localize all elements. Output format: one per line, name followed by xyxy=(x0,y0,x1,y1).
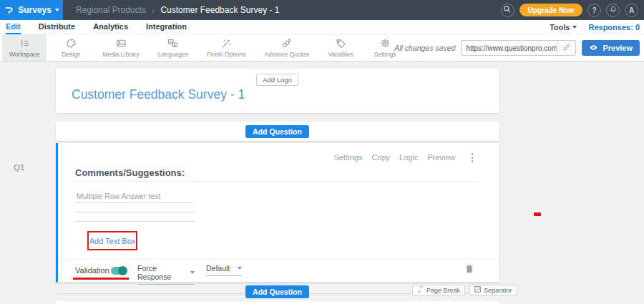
avatar[interactable]: A xyxy=(625,4,638,17)
toolbar-item-label: Media Library xyxy=(102,51,140,58)
annotation-underline xyxy=(73,278,129,280)
search-button[interactable] xyxy=(501,4,514,17)
question-logic-link[interactable]: Logic xyxy=(399,153,418,162)
preview-label: Preview xyxy=(602,44,633,52)
survey-url-box xyxy=(461,40,576,56)
search-icon xyxy=(503,5,512,15)
annotation-highlight-box: Add Text Box xyxy=(87,231,137,250)
question-text-underline xyxy=(75,181,478,182)
answer-row-line xyxy=(75,203,195,212)
eye-icon xyxy=(589,43,598,54)
add-text-box-link[interactable]: Add Text Box xyxy=(89,237,136,245)
responses-count[interactable]: Responses: 0 xyxy=(588,23,640,31)
notifications-button[interactable] xyxy=(606,4,620,17)
chevron-down-icon xyxy=(238,267,242,270)
chevron-down-icon xyxy=(572,26,577,29)
force-response-select[interactable]: Force Response xyxy=(137,264,195,285)
breadcrumb-current: Customer Feedback Survey - 1 xyxy=(160,5,279,15)
chevron-down-icon xyxy=(55,9,59,11)
avatar-initial: A xyxy=(629,6,634,14)
answer-placeholder: Multiple Row Answer text xyxy=(75,192,195,203)
question-settings-link[interactable]: Settings xyxy=(334,153,363,162)
add-question-button-top[interactable]: Add Question xyxy=(245,125,309,138)
validation-toggle[interactable] xyxy=(111,267,127,275)
tag-icon xyxy=(335,37,347,49)
next-section-card xyxy=(56,300,499,304)
toggle-knob xyxy=(118,266,127,275)
help-icon: ? xyxy=(592,6,596,14)
answer-row-line xyxy=(75,212,195,222)
break-options: Page Break Separator xyxy=(412,285,517,295)
add-question-strip: Add Question xyxy=(56,122,499,141)
breadcrumb-parent[interactable]: Regional Products xyxy=(76,5,146,15)
question-card: Settings Copy Logic Preview Comments/Sug… xyxy=(56,143,499,283)
add-logo-button[interactable]: Add Logo xyxy=(256,74,298,86)
toolbar-item-label: Finish Options xyxy=(207,51,245,58)
breadcrumb: Regional Products › Customer Feedback Su… xyxy=(76,5,279,16)
tools-label: Tools xyxy=(550,23,570,31)
saved-status: All changes saved xyxy=(394,44,455,52)
default-value: Default xyxy=(206,264,230,273)
product-label: Surveys xyxy=(18,5,52,15)
toolbar-item-media-library[interactable]: Media Library xyxy=(95,34,147,61)
question-text[interactable]: Comments/Suggestions: xyxy=(75,167,185,178)
top-bar: Surveys Regional Products › Customer Fee… xyxy=(0,0,644,20)
separator-button[interactable]: Separator xyxy=(469,285,517,295)
upgrade-button[interactable]: Upgrade Now xyxy=(519,4,582,16)
toolbar-item-label: Languages xyxy=(158,51,188,58)
tab-edit[interactable]: Edit xyxy=(6,20,21,34)
question-index: Q1 xyxy=(14,163,24,172)
toolbar-item-variables[interactable]: Variables xyxy=(321,34,361,61)
toolbar-item-label: Variables xyxy=(328,51,353,58)
toolbar-item-label: Design xyxy=(62,51,80,58)
toolbar-item-workspace[interactable]: Workspace xyxy=(2,34,47,61)
translate-icon xyxy=(167,37,179,49)
image-icon xyxy=(115,37,127,49)
survey-header-card: Add Logo Customer Feedback Survey - 1 xyxy=(56,69,499,113)
force-response-value: Force Response xyxy=(137,264,190,281)
multirow-answer-input[interactable]: Multiple Row Answer text xyxy=(75,192,195,222)
delete-question-button[interactable] xyxy=(464,263,474,277)
toolbar-item-finish-options[interactable]: Finish Options xyxy=(200,34,253,61)
surveys-menu[interactable]: Surveys xyxy=(0,0,63,20)
bell-icon xyxy=(609,5,618,15)
toolbar-item-label: Advance Quotas xyxy=(264,51,309,58)
question-copy-link[interactable]: Copy xyxy=(371,153,390,162)
help-button[interactable]: ? xyxy=(587,4,601,17)
default-select[interactable]: Default xyxy=(206,264,242,276)
tab-analytics[interactable]: Analytics xyxy=(93,20,128,34)
survey-title[interactable]: Customer Feedback Survey - 1 xyxy=(72,87,245,102)
tab-distribute[interactable]: Distribute xyxy=(39,20,75,34)
toolbar-item-languages[interactable]: Languages xyxy=(151,34,195,61)
magic-wand-icon xyxy=(220,37,233,49)
tools-menu[interactable]: Tools xyxy=(550,23,577,31)
toolbar-item-advance-quotas[interactable]: Advance Quotas xyxy=(257,34,316,61)
separator-label: Separator xyxy=(484,287,512,294)
topbar-actions: Upgrade Now ? A xyxy=(501,4,644,17)
edit-url-button[interactable] xyxy=(557,41,575,55)
toolbar-item-label: Settings xyxy=(374,51,396,58)
survey-url-input[interactable] xyxy=(462,44,557,52)
question-preview-link[interactable]: Preview xyxy=(427,153,455,162)
add-logo-row: Add Logo xyxy=(56,74,499,86)
upgrade-label: Upgrade Now xyxy=(528,6,574,14)
more-options-icon[interactable] xyxy=(470,152,475,164)
page-break-label: Page Break xyxy=(426,287,460,294)
breadcrumb-separator: › xyxy=(152,5,155,16)
annotation-red-mark xyxy=(534,212,541,216)
question-footer-row: Validation Force Response Default xyxy=(58,259,499,283)
chevron-down-icon xyxy=(190,271,195,274)
palette-icon xyxy=(65,37,77,49)
gear-icon xyxy=(379,37,391,49)
question-actions: Settings Copy Logic Preview xyxy=(334,152,474,164)
add-question-button-bottom[interactable]: Add Question xyxy=(245,285,309,298)
broken-link-icon xyxy=(417,286,424,294)
pencil-icon xyxy=(562,41,571,54)
tab-integration[interactable]: Integration xyxy=(146,20,187,34)
page-break-button[interactable]: Page Break xyxy=(412,285,465,295)
validation-label: Validation xyxy=(75,266,109,275)
navbar-right: Tools Responses: 0 xyxy=(550,23,644,31)
preview-button[interactable]: Preview xyxy=(582,40,640,56)
toolbar-item-design[interactable]: Design xyxy=(51,34,91,61)
questionpro-logo-icon xyxy=(4,5,14,16)
